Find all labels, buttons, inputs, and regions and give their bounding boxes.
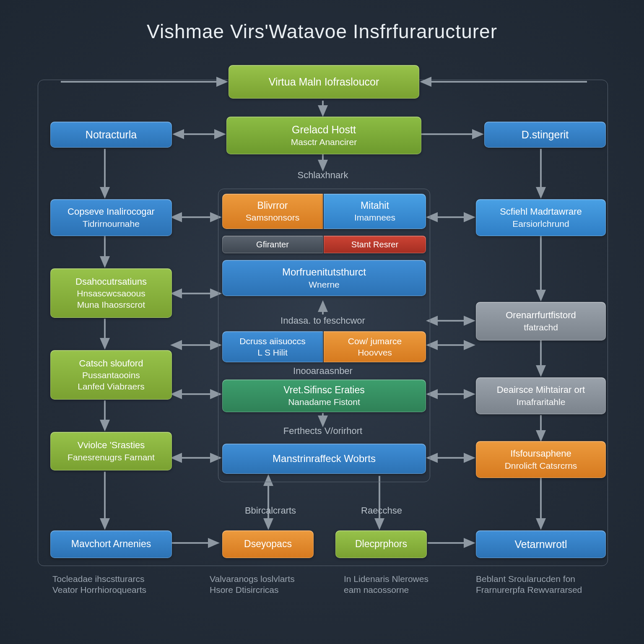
label: L S Hilit [239,347,306,358]
node-center-6: Manstrinraffeck Wobrts [222,444,426,474]
label: Morfruenitutsthurct [282,266,366,278]
label: Samsnonsors [246,212,299,223]
caption-c: In Lidenaris Nlerowes eam nacossorne [344,574,470,596]
caption-d: Beblant Sroularucden fon Frarnurerpfa Re… [476,574,614,596]
label-c3-under: Indasa. to feschcwor [256,315,390,326]
node-center-1a: Blivrror Samsnonsors [222,194,323,229]
label: Dsahocutrsatiuns [75,276,147,287]
label: Catsch slouford [78,358,145,369]
label: Fanesrenugrs Farnant [68,452,155,462]
node-center-4b: Cow/ jumarce Hoovves [324,331,426,362]
label: Dcruss aiisuoccs [239,336,306,346]
node-main: Virtua Maln Iofrasloucor [229,65,419,99]
node-center-1b: Mitahit Imamnees [324,194,426,229]
node-center-7b: Dlecprphors [335,530,427,558]
label: Vetarnwrotl [514,538,567,551]
node-left-4: Catsch slouford Pussantaooins Lanfed Via… [50,350,172,400]
label: Beblant Sroularucden fon [476,574,575,584]
node-center-3: Morfruenitutsthurct Wnerne [222,260,426,296]
label-c4-under: Inooaraasnber [268,366,377,377]
label: Virtua Maln Iofrasloucor [269,75,379,88]
label: D.stingerit [522,128,569,141]
label: Orenarrfurtfistord [506,310,576,321]
node-right-1: D.stingerit [484,122,606,148]
node-right-2: Scfiehl Madrtawrare Earsiorlchrund [476,199,606,236]
label: Frarnurerpfa Rewvarrarsed [476,585,582,595]
label: Dnrolicft Catsrcrns [505,460,577,471]
node-left-1: Notracturla [50,122,172,148]
label: Wnerne [282,279,366,290]
node-left-5: Vviolce 'Srasties Fanesrenugrs Farnant [50,432,172,470]
label: tfatrachd [506,322,576,332]
label: Stant Resrer [351,239,398,249]
label: In Lidenaris Nlerowes [344,574,428,584]
caption-b: Valvaranogs loslvlarts Hsore Dtisircrica… [210,574,344,596]
label: Blivrror [246,200,299,212]
node-center-2b: Stant Resrer [324,236,426,253]
label: Deairsce Mihtairar ort [497,384,585,395]
label: Dseyopacs [244,538,292,550]
label: Gfiranter [256,239,289,249]
label: Lanfed Viabraers [78,381,145,392]
node-left-6: Mavchort Arnenies [50,530,172,558]
label: Masctr Anancirer [291,137,357,147]
node-right-6: Vetarnwrotl [476,530,606,558]
label: Pussantaooins [78,370,145,380]
label: Copseve Inalirocogar [68,206,155,217]
node-center-5: Vret.Sifinsc Eraties Nanadame Fistont [222,379,426,412]
label: Mavchort Arnenies [71,538,151,550]
label: Notracturla [86,128,137,141]
label: Earsiorlchrund [500,218,582,229]
label: Valvaranogs loslvlarts [210,574,295,584]
label: Hoovves [348,347,402,358]
node-host: Grelacd Hostt Masctr Anancirer [226,117,421,154]
label: Ifsfoursaphene [505,448,577,459]
label: Grelacd Hostt [291,123,357,136]
node-right-4: Deairsce Mihtairar ort Imafraritahle [476,377,606,414]
label: Muna Ihaosrscrot [75,299,147,310]
label: Vviolce 'Srasties [68,440,155,451]
label: eam nacossorne [344,585,409,595]
node-left-3: Dsahocutrsatiuns Hnsascwcsaoous Muna Iha… [50,268,172,318]
label: Tocleadae ihscstturarcs [52,574,144,584]
label-under-host: Schlaxhnark [277,170,369,181]
node-center-4a: Dcruss aiisuoccs L S Hilit [222,331,323,362]
label: Mitahit [354,200,395,212]
label: Imafraritahle [497,397,585,407]
node-center-7a: Dseyopacs [222,530,314,558]
label: Nanadame Fistont [283,397,364,407]
caption-a: Tocleadae ihscstturarcs Veator Horrhioro… [52,574,187,596]
label: Dlecprphors [355,538,407,550]
diagram-canvas: Vishmae Virs'Watavoe Insfrfuraructurer [0,0,644,644]
label: Scfiehl Madrtawrare [500,206,582,217]
node-center-2a: Gfiranter [222,236,323,253]
label: Vret.Sifinsc Eraties [283,384,364,396]
label-c5-under: Ferthects V/orirhort [264,426,382,436]
label: Hnsascwcsaoous [75,288,147,299]
node-right-5: Ifsfoursaphene Dnrolicft Catsrcrns [476,441,606,478]
label: Hsore Dtisircricas [210,585,279,595]
label: Imamnees [354,212,395,223]
node-right-3: Orenarrfurtfistord tfatrachd [476,302,606,340]
label-c7a-over: Bbircalcrarts [229,505,312,516]
label: Cow/ jumarce [348,336,402,346]
page-title: Vishmae Virs'Watavoe Insfrfuraructurer [0,20,644,43]
label: Tidrirnournahe [68,218,155,229]
label: Manstrinraffeck Wobrts [273,453,376,465]
node-left-2: Copseve Inalirocogar Tidrirnournahe [50,199,172,236]
label: Veator Horrhioroquearts [52,585,146,595]
label-c7b-over: Raecchse [344,505,419,516]
